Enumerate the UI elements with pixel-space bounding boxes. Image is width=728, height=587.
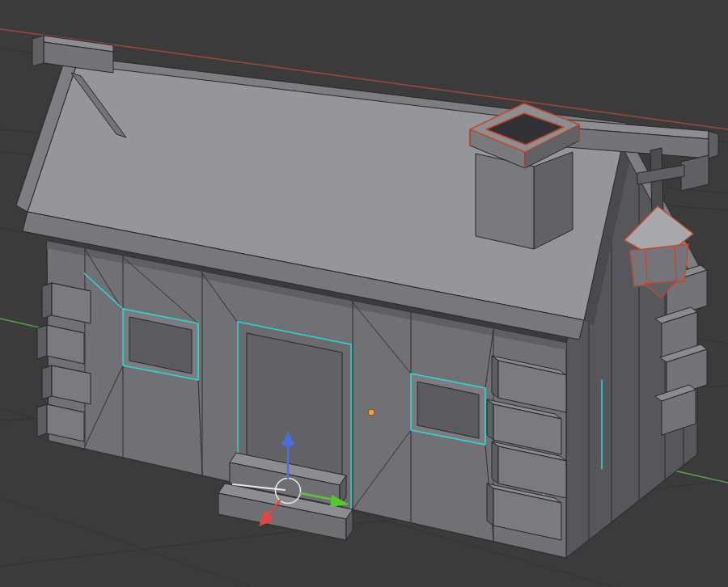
- quoin-side[interactable]: [42, 283, 52, 319]
- viewport-canvas[interactable]: [0, 0, 728, 587]
- quoin-side[interactable]: [492, 356, 498, 398]
- quoin-side[interactable]: [487, 399, 493, 440]
- quoin-side[interactable]: [37, 404, 47, 437]
- beam-end-cap[interactable]: [709, 131, 718, 158]
- quoin-side[interactable]: [487, 484, 493, 526]
- beam-bracket-block[interactable]: [681, 155, 709, 191]
- quoin-side[interactable]: [492, 441, 498, 484]
- quoin-side[interactable]: [42, 365, 52, 399]
- blender-3d-viewport[interactable]: [0, 0, 728, 587]
- object-origin-dot[interactable]: [368, 409, 375, 416]
- chimney[interactable]: [470, 103, 579, 249]
- beam-end-cap[interactable]: [32, 36, 44, 66]
- lantern-body[interactable]: [630, 244, 688, 286]
- quoin-side[interactable]: [37, 325, 47, 359]
